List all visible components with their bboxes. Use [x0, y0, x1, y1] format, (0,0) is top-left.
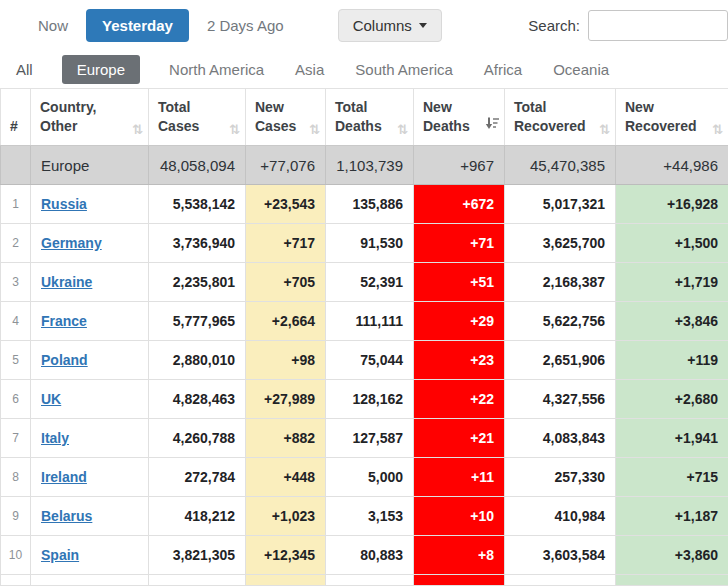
header-new-cases[interactable]: New Cases ⇅ [246, 89, 326, 146]
header-country-label-1: Country, [40, 98, 139, 117]
country-link[interactable]: Poland [41, 352, 88, 368]
country-link[interactable]: Italy [41, 430, 69, 446]
sort-unsorted-icon: ⇅ [712, 123, 723, 136]
summary-total-recovered: 45,470,385 [505, 146, 616, 185]
country-link[interactable]: France [41, 313, 87, 329]
tab-europe[interactable]: Europe [62, 55, 140, 84]
new-cases-cell: +717 [246, 224, 326, 263]
header-total-recovered-label-2: Recovered [514, 117, 606, 136]
total-cases-cell: 4,260,788 [149, 419, 246, 458]
summary-rank-cell [1, 146, 31, 185]
country-cell: France [31, 302, 149, 341]
country-link[interactable]: UK [41, 391, 61, 407]
new-recovered-cell: +3,860 [616, 536, 728, 575]
header-new-recovered-label-1: New [625, 98, 719, 117]
total-deaths-cell: 111,111 [326, 302, 414, 341]
country-link[interactable]: Russia [41, 196, 87, 212]
two-days-ago-button[interactable]: 2 Days Ago [197, 10, 294, 41]
new-cases-cell: +1,023 [246, 497, 326, 536]
continent-tabs: All Europe North America Asia South Amer… [0, 42, 728, 88]
new-cases-cell: +27,989 [246, 380, 326, 419]
sort-unsorted-icon: ⇅ [397, 123, 408, 136]
total-cases-cell: 418,212 [149, 497, 246, 536]
country-link[interactable]: Spain [41, 547, 79, 563]
tab-all[interactable]: All [14, 55, 35, 84]
columns-dropdown-button[interactable]: Columns [338, 9, 442, 42]
total-recovered-cell: 2,651,906 [505, 341, 616, 380]
new-deaths-cell: +71 [414, 224, 505, 263]
header-new-recovered[interactable]: New Recovered ⇅ [616, 89, 728, 146]
tab-asia[interactable]: Asia [293, 55, 326, 84]
total-recovered-cell: 3,603,584 [505, 536, 616, 575]
table-row: 1 Russia 5,538,142 +23,543 135,886 +672 … [1, 185, 728, 224]
new-cases-cell: +2,664 [246, 302, 326, 341]
tab-oceania[interactable]: Oceania [551, 55, 611, 84]
total-cases-cell: 2,880,010 [149, 341, 246, 380]
new-deaths-cell: +51 [414, 263, 505, 302]
header-total-cases-label-1: Total [158, 98, 236, 117]
country-cell: Poland [31, 341, 149, 380]
new-cases-cell: +448 [246, 458, 326, 497]
header-rank: # [1, 89, 31, 146]
total-recovered-cell: 257,330 [505, 458, 616, 497]
sort-unsorted-icon: ⇅ [599, 123, 610, 136]
tab-north-america[interactable]: North America [167, 55, 266, 84]
country-cell: Russia [31, 185, 149, 224]
table-row: 7 Italy 4,260,788 +882 127,587 +21 4,083… [1, 419, 728, 458]
rank-cell: 7 [1, 419, 31, 458]
table-row: 8 Ireland 272,784 +448 5,000 +11 257,330… [1, 458, 728, 497]
total-recovered-cell: 5,622,756 [505, 302, 616, 341]
tab-africa[interactable]: Africa [482, 55, 524, 84]
total-deaths-cell: 3,153 [326, 497, 414, 536]
sort-descending-active-icon [485, 116, 499, 135]
header-total-deaths-label-1: Total [335, 98, 404, 117]
country-cell: UK [31, 380, 149, 419]
country-link[interactable]: Ireland [41, 469, 87, 485]
columns-dropdown-label: Columns [353, 17, 412, 34]
continent-summary-row: Europe 48,058,094 +77,076 1,103,739 +967… [1, 146, 728, 185]
new-cases-cell: +98 [246, 341, 326, 380]
rank-cell: 8 [1, 458, 31, 497]
table-row: 10 Spain 3,821,305 +12,345 80,883 +8 3,6… [1, 536, 728, 575]
new-recovered-cell: +1,941 [616, 419, 728, 458]
header-new-deaths[interactable]: New Deaths [414, 89, 505, 146]
new-cases-cell: +705 [246, 263, 326, 302]
country-cell: Spain [31, 536, 149, 575]
rank-cell: 5 [1, 341, 31, 380]
new-deaths-cell: +23 [414, 341, 505, 380]
country-cell: Germany [31, 224, 149, 263]
header-total-recovered[interactable]: Total Recovered ⇅ [505, 89, 616, 146]
header-total-deaths[interactable]: Total Deaths ⇅ [326, 89, 414, 146]
new-deaths-cell: +21 [414, 419, 505, 458]
table-header-row: # Country, Other ⇅ Total Cases ⇅ New Cas… [1, 89, 728, 146]
toolbar: Now Yesterday 2 Days Ago Columns Search: [0, 0, 728, 42]
search-input[interactable] [588, 10, 728, 41]
rank-cell: 1 [1, 185, 31, 224]
now-button[interactable]: Now [28, 10, 78, 41]
country-link[interactable]: Belarus [41, 508, 92, 524]
new-deaths-cell: +29 [414, 302, 505, 341]
total-cases-cell: 2,235,801 [149, 263, 246, 302]
header-country[interactable]: Country, Other ⇅ [31, 89, 149, 146]
total-cases-cell: 5,538,142 [149, 185, 246, 224]
table-row: 9 Belarus 418,212 +1,023 3,153 +10 410,9… [1, 497, 728, 536]
table-row: 6 UK 4,828,463 +27,989 128,162 +22 4,327… [1, 380, 728, 419]
country-cell: Ireland [31, 458, 149, 497]
new-recovered-cell: +16,928 [616, 185, 728, 224]
new-deaths-cell: +10 [414, 497, 505, 536]
tab-south-america[interactable]: South America [353, 55, 455, 84]
rank-cell: 6 [1, 380, 31, 419]
header-total-cases[interactable]: Total Cases ⇅ [149, 89, 246, 146]
new-recovered-cell: +1,500 [616, 224, 728, 263]
country-link[interactable]: Ukraine [41, 274, 92, 290]
total-cases-cell: 3,736,940 [149, 224, 246, 263]
yesterday-button[interactable]: Yesterday [86, 9, 189, 42]
new-recovered-cell: +1,187 [616, 497, 728, 536]
summary-name: Europe [31, 146, 149, 185]
new-recovered-cell: +1,719 [616, 263, 728, 302]
search-group: Search: [528, 10, 728, 41]
country-link[interactable]: Germany [41, 235, 102, 251]
total-deaths-cell: 52,391 [326, 263, 414, 302]
total-deaths-cell: 127,587 [326, 419, 414, 458]
new-deaths-cell: +672 [414, 185, 505, 224]
